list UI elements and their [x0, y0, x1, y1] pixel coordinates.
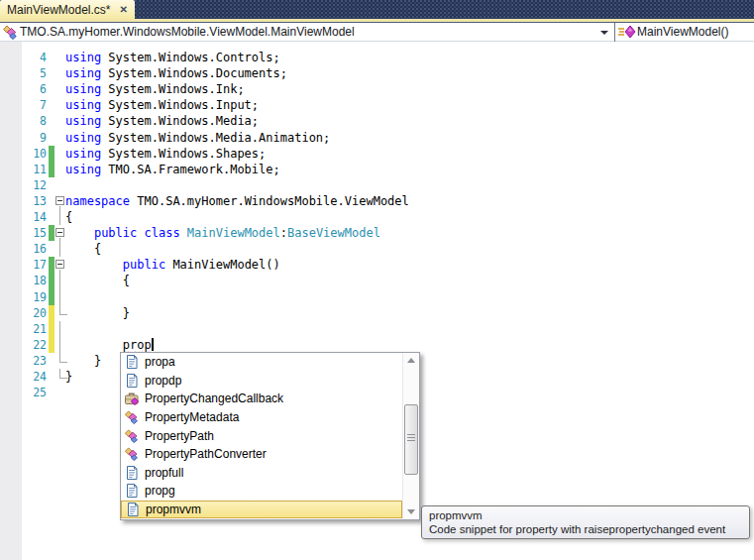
outline-guide-end [59, 369, 60, 378]
line-number: 4 [24, 51, 47, 64]
completion-item-label: propa [145, 355, 175, 369]
change-bar-green [49, 273, 54, 288]
members-dropdown[interactable]: MainViewModel() [616, 24, 754, 41]
scroll-down-icon[interactable] [407, 509, 415, 514]
tooltip-title: propmvvm [429, 508, 742, 522]
code-text: prop [65, 338, 152, 352]
completion-item-PropertyPath[interactable]: PropertyPath [121, 426, 402, 445]
completion-item-propa[interactable]: propa [121, 353, 402, 372]
completion-item-PropertyPathConverter[interactable]: PropertyPathConverter [121, 445, 402, 464]
code-text: { [65, 210, 72, 224]
code-line-4[interactable]: 4using System.Windows.Controls; [0, 50, 754, 65]
code-text: using TMO.SA.Framework.Mobile; [65, 163, 280, 176]
code-text: using System.Windows.Media; [65, 114, 259, 128]
snippet-icon [124, 465, 140, 481]
types-dropdown[interactable]: TMO.SA.myHomer.WindowsMobile.ViewModel.M… [0, 24, 614, 41]
completion-scrollbar[interactable] [402, 353, 419, 519]
code-line-6[interactable]: 6using System.Windows.Ink; [0, 81, 754, 97]
change-bar-yellow [49, 305, 54, 321]
code-line-8[interactable]: 8using System.Windows.Media; [0, 113, 754, 129]
completion-item-label: PropertyMetadata [145, 410, 239, 424]
line-number: 18 [24, 274, 47, 287]
line-number: 8 [24, 114, 47, 128]
code-text: using System.Windows.Controls; [65, 51, 280, 64]
change-bar-green [49, 289, 54, 305]
completion-item-PropertyChangedCallback[interactable]: PropertyChangedCallback [121, 390, 402, 408]
completion-item-label: PropertyPath [145, 429, 214, 443]
code-line-11[interactable]: 11using TMO.SA.Framework.Mobile; [0, 162, 754, 177]
scroll-up-icon[interactable] [407, 358, 415, 363]
snippet-icon [124, 483, 140, 499]
code-line-16[interactable]: 16 { [0, 241, 754, 257]
completion-item-propmvvm[interactable]: propmvvm [121, 501, 402, 519]
outline-guide [59, 289, 60, 305]
code-line-22[interactable]: 22 prop [0, 337, 754, 353]
code-text: { [65, 274, 130, 287]
completion-item-label: propdp [145, 374, 181, 388]
line-number: 16 [24, 242, 47, 256]
line-number: 14 [24, 210, 47, 224]
line-number: 21 [24, 322, 47, 336]
outline-guide [59, 337, 60, 353]
code-text: public MainViewModel() [65, 258, 280, 272]
collapse-toggle-icon[interactable] [55, 260, 64, 269]
intellisense-popup: propapropdpPropertyChangedCallbackProper… [120, 352, 420, 520]
code-text: } [65, 370, 72, 384]
completion-item-propfull[interactable]: propfull [121, 464, 402, 483]
code-line-9[interactable]: 9using System.Windows.Media.Animation; [0, 130, 754, 146]
collapse-toggle-icon[interactable] [55, 228, 64, 237]
class-icon [124, 446, 140, 462]
text-caret [152, 338, 154, 351]
line-number: 15 [24, 226, 47, 240]
code-line-7[interactable]: 7using System.Windows.Input; [0, 97, 754, 113]
code-line-5[interactable]: 5using System.Windows.Documents; [0, 65, 754, 81]
code-line-17[interactable]: 17 public MainViewModel() [0, 257, 754, 273]
line-number: 24 [24, 370, 47, 384]
line-number: 19 [24, 290, 47, 304]
class-icon [124, 409, 140, 425]
completion-item-propdp[interactable]: propdp [121, 372, 402, 391]
line-number: 25 [24, 386, 47, 399]
code-text: using System.Windows.Ink; [65, 82, 245, 96]
line-number: 23 [24, 354, 47, 368]
completion-list: propapropdpPropertyChangedCallbackProper… [121, 353, 419, 518]
tab-title: MainViewModel.cs* [7, 3, 111, 17]
code-line-15[interactable]: 15 public class MainViewModel:BaseViewMo… [0, 225, 754, 241]
navbar-divider [614, 23, 615, 42]
snippet-icon [125, 502, 141, 517]
line-number: 6 [24, 82, 47, 96]
collapse-toggle-icon[interactable] [55, 196, 64, 205]
tab-mainviewmodel[interactable]: MainViewModel.cs* ✕ [0, 0, 135, 19]
code-text: using System.Windows.Media.Animation; [65, 131, 330, 145]
code-text: public class MainViewModel:BaseViewModel [65, 226, 380, 240]
line-number: 10 [24, 147, 47, 161]
tab-close-icon[interactable]: ✕ [120, 5, 128, 15]
chevron-down-icon[interactable] [600, 31, 608, 35]
tooltip-description: Code snippet for property with raiseprop… [429, 522, 742, 536]
line-number: 11 [24, 163, 47, 176]
code-line-21[interactable]: 21 [0, 321, 754, 337]
scrollbar-thumb[interactable] [404, 404, 418, 475]
change-bar-green [49, 225, 54, 241]
line-number: 9 [24, 131, 47, 145]
code-line-13[interactable]: 13namespace TMO.SA.myHomer.WindowsMobile… [0, 193, 754, 209]
completion-item-label: propg [145, 484, 175, 498]
outline-guide-end [59, 353, 60, 362]
vs-editor-window: MainViewModel.cs* ✕ TMO.SA.myHomer.Windo… [0, 0, 754, 560]
line-number: 13 [24, 194, 47, 208]
completion-item-propg[interactable]: propg [121, 482, 402, 501]
line-number: 5 [24, 66, 47, 80]
code-line-19[interactable]: 19 [0, 289, 754, 305]
change-bar-yellow [49, 321, 54, 337]
completion-item-label: propmvvm [146, 503, 201, 516]
outline-guide [59, 241, 60, 257]
code-line-14[interactable]: 14{ [0, 209, 754, 225]
code-line-10[interactable]: 10using System.Windows.Shapes; [0, 146, 754, 162]
code-line-12[interactable]: 12 [0, 177, 754, 193]
code-line-20[interactable]: 20 } [0, 305, 754, 321]
completion-item-PropertyMetadata[interactable]: PropertyMetadata [121, 408, 402, 427]
outline-guide [59, 273, 60, 288]
types-dropdown-value: TMO.SA.myHomer.WindowsMobile.ViewModel.M… [20, 25, 355, 39]
code-line-18[interactable]: 18 { [0, 273, 754, 288]
snippet-icon [124, 373, 140, 389]
